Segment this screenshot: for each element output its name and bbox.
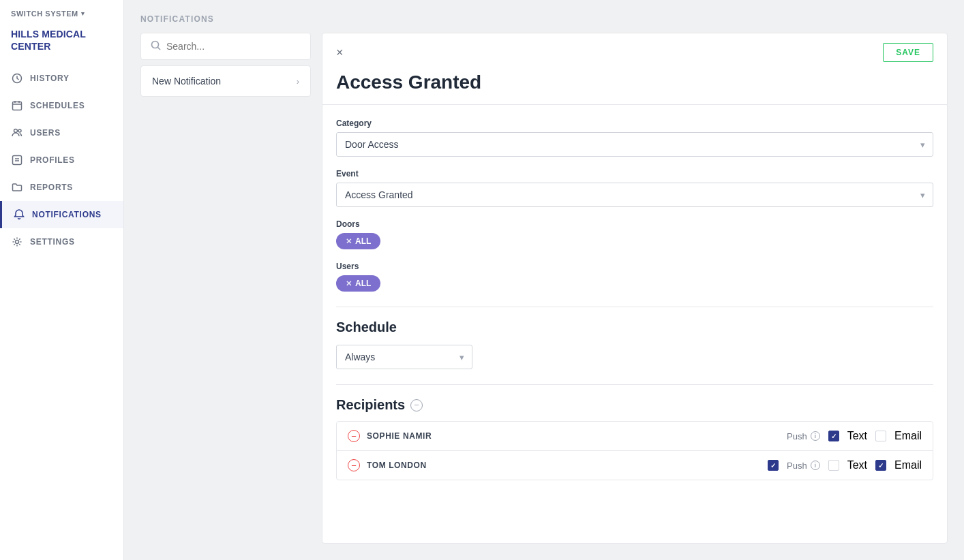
sidebar-item-label: SETTINGS	[30, 237, 75, 247]
chip-label: ALL	[355, 279, 371, 288]
sidebar-item-users[interactable]: USERS	[0, 119, 123, 146]
table-row: − TOM LONDON Push i Text	[337, 451, 933, 480]
schedule-select[interactable]: Always	[336, 345, 472, 369]
doors-section: Doors ✕ ALL	[336, 219, 933, 249]
new-notification-label: New Notification	[152, 76, 221, 87]
users-icon	[11, 127, 23, 139]
text-label: Text	[847, 430, 867, 442]
section-divider-2	[336, 384, 933, 385]
sidebar-item-notifications[interactable]: NOTIFICATIONS	[0, 201, 123, 228]
recipients-table: − SOPHIE NAMIR Push i Text Email	[336, 421, 933, 480]
folder-icon	[11, 181, 23, 193]
event-label: Event	[336, 169, 933, 178]
sidebar-item-label: SCHEDULES	[30, 101, 85, 110]
svg-rect-1	[13, 102, 22, 110]
recipients-remove-button[interactable]: −	[410, 399, 423, 411]
schedule-section: Schedule Always	[336, 320, 933, 369]
push-option: Push i	[787, 431, 820, 441]
sidebar-item-profiles[interactable]: PROFILES	[0, 146, 123, 174]
push-label: Push	[787, 431, 807, 441]
category-select[interactable]: Door Access	[336, 132, 933, 157]
svg-point-11	[152, 42, 159, 48]
recipient-remove-button[interactable]: −	[348, 459, 360, 471]
chevron-right-icon: ›	[297, 76, 299, 87]
sidebar-nav: HISTORY SCHEDULES	[0, 65, 123, 255]
left-panel: New Notification ›	[140, 33, 311, 544]
email-checkbox-sophie[interactable]	[875, 431, 886, 441]
svg-line-12	[158, 48, 161, 50]
text-checkbox-tom[interactable]	[828, 460, 839, 471]
push-info-icon[interactable]: i	[811, 461, 820, 470]
sidebar-item-label: PROFILES	[30, 155, 75, 165]
svg-point-5	[14, 129, 18, 133]
users-section: Users ✕ ALL	[336, 262, 933, 292]
push-label: Push	[787, 461, 807, 471]
push-checkbox-tom[interactable]	[768, 460, 779, 471]
recipient-remove-button[interactable]: −	[348, 430, 360, 442]
form-panel: × SAVE Access Granted Category Door Acce…	[322, 33, 948, 544]
event-select-wrapper: Access Granted	[336, 183, 933, 207]
email-label: Email	[894, 459, 922, 471]
doors-label: Doors	[336, 219, 933, 229]
push-info-icon[interactable]: i	[811, 431, 820, 441]
text-label: Text	[847, 459, 867, 471]
table-row: − SOPHIE NAMIR Push i Text Email	[337, 422, 933, 451]
calendar-icon	[11, 99, 23, 112]
text-checkbox-sophie[interactable]	[828, 431, 839, 441]
gear-icon	[11, 236, 23, 248]
recipient-name: TOM LONDON	[367, 461, 761, 470]
recipient-options: Push i Text Email	[787, 430, 922, 442]
app-logo: HILLS MEDICAL CENTER	[0, 25, 123, 65]
sidebar-item-label: HISTORY	[30, 74, 70, 83]
sidebar-item-label: REPORTS	[30, 183, 73, 192]
sidebar-item-settings[interactable]: SETTINGS	[0, 228, 123, 255]
event-section: Event Access Granted	[336, 169, 933, 207]
svg-point-10	[16, 240, 19, 244]
schedule-heading: Schedule	[336, 320, 933, 335]
close-button[interactable]: ×	[336, 46, 344, 59]
search-input[interactable]	[166, 41, 301, 52]
search-icon	[151, 40, 161, 52]
users-label: Users	[336, 262, 933, 271]
email-checkbox-tom[interactable]	[875, 460, 886, 471]
sidebar-item-label: USERS	[30, 128, 61, 138]
users-chips: ✕ ALL	[336, 275, 933, 292]
email-label: Email	[894, 430, 922, 442]
schedule-select-wrapper: Always	[336, 345, 472, 369]
recipients-section: Recipients − − SOPHIE NAMIR Push i	[336, 397, 933, 480]
svg-rect-7	[13, 156, 22, 165]
sidebar-item-label: NOTIFICATIONS	[32, 210, 102, 219]
form-header: × SAVE	[322, 33, 947, 69]
chip-remove-icon[interactable]: ✕	[346, 279, 352, 288]
bell-icon	[13, 208, 25, 221]
save-button[interactable]: SAVE	[883, 43, 933, 62]
event-select[interactable]: Access Granted	[336, 183, 933, 207]
topbar: NOTIFICATIONS	[124, 0, 964, 33]
sidebar-item-schedules[interactable]: SCHEDULES	[0, 92, 123, 119]
doors-chips: ✕ ALL	[336, 233, 933, 249]
section-divider-1	[336, 307, 933, 307]
doors-all-chip[interactable]: ✕ ALL	[336, 233, 380, 249]
chip-remove-icon[interactable]: ✕	[346, 237, 352, 246]
recipient-options: Push i Text Email	[768, 459, 922, 471]
category-section: Category Door Access	[336, 119, 933, 157]
sidebar: SWITCH SYSTEM ▾ HILLS MEDICAL CENTER HIS…	[0, 0, 124, 560]
search-box[interactable]	[140, 33, 311, 60]
new-notification-item[interactable]: New Notification ›	[140, 65, 311, 97]
switch-system-button[interactable]: SWITCH SYSTEM ▾	[0, 0, 123, 25]
sidebar-item-history[interactable]: HISTORY	[0, 65, 123, 92]
content-area: New Notification › × SAVE Access Granted…	[124, 33, 964, 560]
chevron-down-icon: ▾	[81, 10, 85, 17]
clock-icon	[11, 72, 23, 84]
profile-icon	[11, 154, 23, 166]
recipients-heading: Recipients	[336, 397, 405, 413]
form-title: Access Granted	[322, 69, 947, 105]
chip-label: ALL	[355, 236, 371, 246]
category-label: Category	[336, 119, 933, 128]
users-all-chip[interactable]: ✕ ALL	[336, 275, 380, 292]
push-option: Push i	[787, 461, 820, 471]
topbar-title: NOTIFICATIONS	[140, 14, 214, 24]
sidebar-item-reports[interactable]: REPORTS	[0, 174, 123, 201]
switch-system-label: SWITCH SYSTEM	[11, 10, 78, 18]
recipient-name: SOPHIE NAMIR	[367, 431, 780, 441]
